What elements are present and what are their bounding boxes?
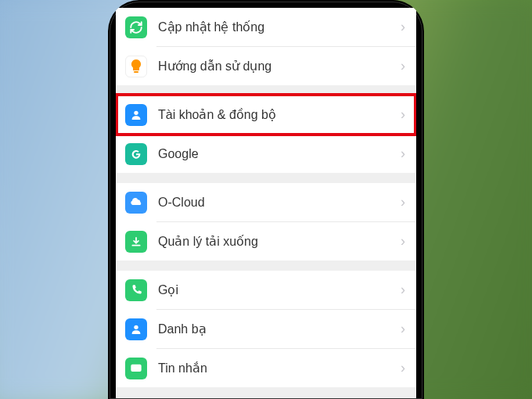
row-label: Tài khoản & đồng bộ [158,107,401,122]
chevron-right-icon: › [401,321,405,337]
person-icon [125,104,147,126]
row-downloads[interactable]: Quản lý tải xuống › [116,222,416,261]
row-label: Cập nhật hệ thống [158,20,401,34]
svg-point-1 [134,110,138,114]
row-google[interactable]: Google › [116,135,416,173]
chevron-right-icon: › [401,233,405,250]
row-accounts-sync[interactable]: Tài khoản & đồng bộ › [116,95,416,134]
chevron-right-icon: › [401,19,405,35]
phone-frame: Cập nhật hệ thống › Hướng dẫn sử dụng › … [108,0,424,399]
settings-screen: Cập nhật hệ thống › Hướng dẫn sử dụng › … [116,8,416,399]
row-label: Danh bạ [158,322,401,336]
settings-group-accounts: Tài khoản & đồng bộ › Google › [116,95,416,173]
row-label: Google [158,147,401,161]
row-contacts[interactable]: Danh bạ › [116,310,416,348]
settings-group-cloud: O-Cloud › Quản lý tải xuống › [116,183,416,261]
phone-icon [125,279,147,301]
chevron-right-icon: › [401,58,405,74]
row-label: Gọi [158,282,401,297]
chevron-right-icon: › [401,282,405,298]
row-label: O-Cloud [158,196,401,210]
message-icon [125,358,147,379]
svg-rect-3 [131,364,141,371]
chevron-right-icon: › [401,106,405,123]
chevron-right-icon: › [401,194,405,210]
download-icon [125,231,147,253]
row-call[interactable]: Gọi › [116,271,416,309]
row-label: Hướng dẫn sử dụng [158,59,401,74]
settings-group-system: Cập nhật hệ thống › Hướng dẫn sử dụng › [116,8,416,85]
row-messages[interactable]: Tin nhắn › [116,349,416,387]
row-user-guide[interactable]: Hướng dẫn sử dụng › [116,47,416,85]
refresh-icon [125,16,147,38]
chevron-right-icon: › [401,360,405,376]
settings-group-communication: Gọi › Danh bạ › Tin nhắn › [116,271,416,387]
row-label: Quản lý tải xuống [158,234,401,249]
contact-icon [125,318,147,340]
row-label: Tin nhắn [158,361,401,376]
cloud-icon [125,192,147,214]
chevron-right-icon: › [401,146,405,162]
google-icon [125,143,147,165]
bulb-icon [125,56,147,77]
row-ocloud[interactable]: O-Cloud › [116,183,416,221]
svg-rect-0 [134,71,138,73]
svg-point-2 [134,325,138,329]
row-system-update[interactable]: Cập nhật hệ thống › [116,8,416,46]
